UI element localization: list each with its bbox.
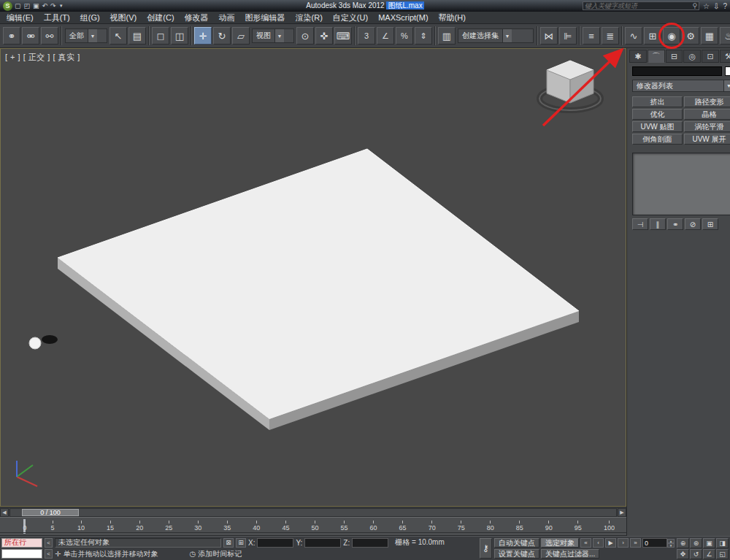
select-and-scale-button[interactable]: ▱ bbox=[232, 27, 250, 45]
keyboard-override-button[interactable]: ⌨ bbox=[334, 27, 352, 45]
menu-item[interactable]: 修改器 bbox=[180, 12, 214, 24]
material-editor-button[interactable]: ◉ bbox=[663, 27, 680, 45]
time-slider-track[interactable]: 0 / 100 bbox=[9, 508, 617, 517]
modifier-stack-list[interactable] bbox=[632, 153, 730, 215]
select-object-button[interactable]: ↖ bbox=[110, 27, 127, 45]
z-coordinate-field[interactable] bbox=[352, 538, 388, 548]
align-button[interactable]: ⊫ bbox=[559, 27, 577, 45]
schematic-view-button[interactable]: ⊞ bbox=[644, 27, 661, 45]
zoom-extents-all-icon[interactable]: ◨ bbox=[716, 538, 729, 548]
menu-item[interactable]: 自定义(U) bbox=[328, 12, 373, 24]
rendered-frame-window-button[interactable]: ▦ bbox=[701, 27, 718, 45]
save-icon[interactable]: ▣ bbox=[33, 2, 39, 9]
make-unique-button[interactable]: ⚭ bbox=[667, 218, 683, 230]
selection-region-button[interactable]: ◻ bbox=[152, 27, 169, 45]
new-file-icon[interactable]: ▢ bbox=[15, 2, 21, 9]
modifier-preset-button[interactable]: 晶格 bbox=[684, 109, 730, 120]
modifier-list-dropdown[interactable]: 修改器列表 ▼ bbox=[632, 80, 730, 92]
object-name-field[interactable] bbox=[632, 66, 722, 76]
set-key-toggle-button[interactable]: ⚷ bbox=[480, 538, 492, 559]
viewport-label-menu[interactable]: [ + ] [ 正交 ] [ 真实 ] bbox=[5, 52, 80, 63]
spinner-snap-button[interactable]: ⇕ bbox=[415, 27, 432, 45]
qat-dropdown-icon[interactable]: ▼ bbox=[59, 4, 64, 8]
absolute-mode-icon[interactable]: ⊞ bbox=[236, 538, 246, 548]
tab-display[interactable]: ⊡ bbox=[702, 50, 719, 63]
tab-hierarchy[interactable]: ⊟ bbox=[666, 50, 683, 63]
modifier-preset-button[interactable]: 挤出 bbox=[632, 96, 683, 107]
bind-to-space-warp-button[interactable]: ⚯ bbox=[41, 27, 58, 45]
select-and-rotate-button[interactable]: ↻ bbox=[213, 27, 231, 45]
listener-expand-icon[interactable]: < bbox=[45, 549, 53, 559]
search-input[interactable] bbox=[585, 2, 692, 9]
render-production-button[interactable]: ♨ bbox=[720, 27, 730, 45]
select-by-name-button[interactable]: ▤ bbox=[128, 27, 146, 45]
modifier-preset-button[interactable]: 路径变形 bbox=[684, 96, 730, 107]
menu-item[interactable]: 视图(V) bbox=[105, 12, 142, 24]
current-frame-field[interactable] bbox=[642, 538, 667, 548]
modifier-preset-button[interactable]: UVW 展开 bbox=[684, 134, 730, 145]
named-selection-set-dropdown[interactable]: 创建选择集 ▼ bbox=[458, 28, 534, 43]
edit-named-selections-button[interactable]: ▥ bbox=[438, 27, 456, 45]
maxscript-mini-listener[interactable] bbox=[1, 549, 42, 559]
zoom-all-icon[interactable]: ⊛ bbox=[690, 538, 702, 548]
fov-icon[interactable]: ∠ bbox=[703, 549, 715, 559]
play-icon[interactable]: ▶ bbox=[605, 538, 616, 548]
maxscript-macro-recorder[interactable]: 所在行 bbox=[1, 538, 42, 548]
zoom-extents-icon[interactable]: ▣ bbox=[703, 538, 715, 548]
maximize-viewport-icon[interactable]: ◱ bbox=[716, 549, 729, 559]
app-logo-icon[interactable]: S bbox=[3, 1, 12, 11]
pan-icon[interactable]: ✥ bbox=[677, 549, 689, 559]
search-box[interactable]: ⚲ bbox=[583, 1, 699, 10]
listener-expand-icon[interactable]: < bbox=[45, 538, 53, 548]
previous-frame-icon[interactable]: ‹ bbox=[593, 538, 604, 548]
slider-left-icon[interactable]: ◀ bbox=[0, 508, 9, 517]
time-slider-handle[interactable]: 0 / 100 bbox=[22, 509, 79, 516]
modifier-preset-button[interactable]: 涡轮平滑 bbox=[684, 121, 730, 132]
favorites-icon[interactable]: ☆ bbox=[703, 2, 710, 10]
modifier-preset-button[interactable]: UVW 贴图 bbox=[632, 121, 683, 132]
pin-stack-button[interactable]: ⊣ bbox=[632, 218, 648, 230]
time-tag-group[interactable]: ◷ 添加时间标记 bbox=[189, 549, 242, 559]
modifier-preset-button[interactable]: 优化 bbox=[632, 109, 683, 120]
tab-utilities[interactable]: ⚒ bbox=[720, 50, 730, 63]
y-coordinate-field[interactable] bbox=[304, 538, 341, 548]
tab-motion[interactable]: ◎ bbox=[683, 50, 701, 63]
goto-start-icon[interactable]: « bbox=[580, 538, 591, 548]
angle-snap-button[interactable]: ∠ bbox=[377, 27, 394, 45]
slider-right-icon[interactable]: ▶ bbox=[618, 508, 626, 517]
set-key-button[interactable]: 设置关键点 bbox=[494, 549, 539, 559]
undo-icon[interactable]: ↶ bbox=[42, 2, 48, 9]
ribbon-toggle-button[interactable]: ≣ bbox=[602, 27, 619, 45]
viewcube[interactable] bbox=[539, 61, 601, 110]
select-and-manipulate-button[interactable]: ✜ bbox=[315, 27, 333, 45]
select-and-move-button[interactable]: ✛ bbox=[194, 27, 212, 45]
track-bar[interactable]: 0510152025303540455055606570758085909510… bbox=[0, 517, 626, 536]
selected-filter-dropdown[interactable]: 选定对象 bbox=[541, 538, 579, 548]
use-pivot-center-button[interactable]: ⊙ bbox=[296, 27, 314, 45]
slab-object[interactable] bbox=[58, 149, 579, 430]
object-color-swatch[interactable] bbox=[725, 66, 730, 76]
menu-item[interactable]: 渲染(R) bbox=[291, 12, 328, 24]
select-and-link-button[interactable]: ⚭ bbox=[3, 27, 20, 45]
configure-modifier-sets-button[interactable]: ⊞ bbox=[702, 218, 718, 230]
x-coordinate-field[interactable] bbox=[257, 538, 293, 548]
next-frame-icon[interactable]: › bbox=[618, 538, 629, 548]
goto-end-icon[interactable]: » bbox=[630, 538, 641, 548]
menu-item[interactable]: 帮助(H) bbox=[434, 12, 471, 24]
unlink-selection-button[interactable]: ⚮ bbox=[22, 27, 39, 45]
updates-icon[interactable]: ⇩ bbox=[713, 2, 719, 10]
spinner-down-icon[interactable]: ▾ bbox=[667, 543, 675, 548]
modifier-preset-button[interactable]: 倒角剖面 bbox=[632, 134, 683, 145]
selection-filter-dropdown[interactable]: 全部 ▼ bbox=[65, 28, 107, 43]
help-icon[interactable]: ? bbox=[723, 2, 727, 10]
key-filters-button[interactable]: 关键点过滤器... bbox=[541, 549, 599, 559]
render-setup-button[interactable]: ⚙ bbox=[682, 27, 699, 45]
orbit-icon[interactable]: ↺ bbox=[690, 549, 702, 559]
tab-modify[interactable]: ⌒ bbox=[648, 50, 665, 63]
redo-icon[interactable]: ↷ bbox=[50, 2, 56, 9]
reference-coordinate-dropdown[interactable]: 视图 ▼ bbox=[252, 28, 294, 43]
viewport-perspective[interactable]: [ + ] [ 正交 ] [ 真实 ] bbox=[0, 48, 626, 507]
lock-selection-icon[interactable]: ⊠ bbox=[223, 538, 234, 548]
menu-item[interactable]: 组(G) bbox=[75, 12, 105, 24]
show-end-result-button[interactable]: ∥ bbox=[650, 218, 666, 230]
